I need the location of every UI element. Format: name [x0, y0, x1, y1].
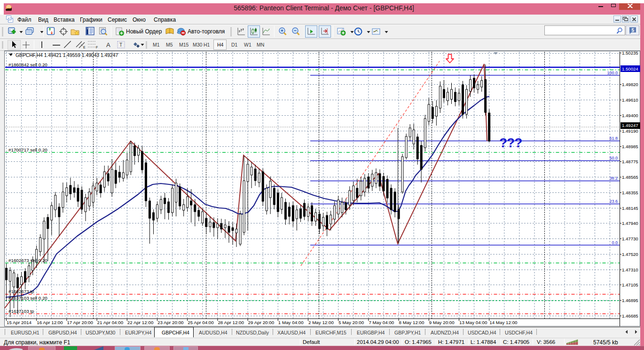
- svg-text:1.47310: 1.47310: [622, 267, 638, 272]
- svg-text:1.49247: 1.49247: [622, 123, 638, 128]
- svg-text:1.48775: 1.48775: [622, 159, 638, 164]
- svg-text:17 Apr 20:00: 17 Apr 20:00: [67, 320, 93, 325]
- svg-text:5 May 20:00: 5 May 20:00: [338, 320, 364, 325]
- svg-text:1.49820: 1.49820: [622, 82, 638, 87]
- svg-text:2 May 12:00: 2 May 12:00: [308, 320, 334, 325]
- svg-text:21 Apr 04:00: 21 Apr 04:00: [97, 320, 124, 325]
- svg-text:1.48145: 1.48145: [622, 206, 638, 211]
- svg-text:1.50024: 1.50024: [622, 66, 638, 72]
- svg-text:1.47105: 1.47105: [622, 282, 638, 287]
- svg-text:1.50235: 1.50235: [622, 50, 638, 56]
- svg-text:#1637103 sell 0.20: #1637103 sell 0.20: [8, 295, 47, 301]
- svg-text:1 May 04:00: 1 May 04:00: [278, 320, 304, 325]
- svg-text:100.0: 100.0: [607, 71, 618, 75]
- svg-text:25 Apr 04:00: 25 Apr 04:00: [188, 320, 214, 325]
- svg-text:23 Apr 20:00: 23 Apr 20:00: [157, 320, 184, 325]
- svg-text:1.47940: 1.47940: [622, 221, 638, 226]
- svg-text:16 Apr 12:00: 16 Apr 12:00: [37, 320, 63, 325]
- svg-text:1.48565: 1.48565: [622, 175, 638, 180]
- svg-text:0.0: 0.0: [612, 240, 618, 245]
- svg-text:1.49400: 1.49400: [622, 113, 638, 118]
- svg-text:8 May 12:00: 8 May 12:00: [399, 320, 424, 325]
- svg-text:1.46895: 1.46895: [622, 298, 638, 303]
- svg-text:14 May 12:00: 14 May 12:00: [489, 320, 518, 325]
- svg-text:1.48985: 1.48985: [622, 144, 638, 149]
- svg-text:1.49610: 1.49610: [622, 97, 638, 103]
- svg-text:#1602673 sell 0.20: #1602673 sell 0.20: [8, 258, 47, 263]
- svg-text:???: ???: [499, 135, 522, 150]
- svg-text:GBPCHF,H4 1.49421 1.49559 1.4: GBPCHF,H4 1.49421 1.49559 1.49043 1.4924…: [16, 53, 118, 58]
- svg-text:15 Apr 2014: 15 Apr 2014: [7, 320, 31, 325]
- svg-text:28 Apr 12:00: 28 Apr 12:00: [218, 320, 244, 325]
- svg-text:29 Apr 20:00: 29 Apr 20:00: [248, 320, 275, 325]
- svg-text:61.8: 61.8: [609, 136, 618, 141]
- svg-text:7 May 04:00: 7 May 04:00: [369, 320, 394, 325]
- svg-text:22 Apr 12:00: 22 Apr 12:00: [127, 320, 154, 325]
- svg-text:1.47730: 1.47730: [622, 236, 638, 241]
- svg-text:1.46685: 1.46685: [622, 313, 638, 318]
- svg-text:23.6: 23.6: [609, 199, 618, 204]
- svg-text:#1860842 sell 0.20: #1860842 sell 0.20: [8, 62, 47, 67]
- svg-text:38.2: 38.2: [609, 176, 618, 181]
- svg-text:50.0: 50.0: [609, 156, 618, 160]
- svg-text:#1700717 sell 0.20: #1700717 sell 0.20: [8, 147, 47, 152]
- svg-text:1.49190: 1.49190: [622, 128, 638, 134]
- svg-text:#1602673 tp: #1602673 tp: [8, 289, 34, 294]
- svg-text:1.48355: 1.48355: [622, 190, 638, 195]
- svg-text:9 May 20:00: 9 May 20:00: [429, 320, 455, 325]
- svg-text:1.47520: 1.47520: [622, 252, 638, 257]
- svg-text:#1637103 tp: #1637103 tp: [8, 309, 34, 314]
- svg-text:13 May 04:00: 13 May 04:00: [459, 320, 487, 325]
